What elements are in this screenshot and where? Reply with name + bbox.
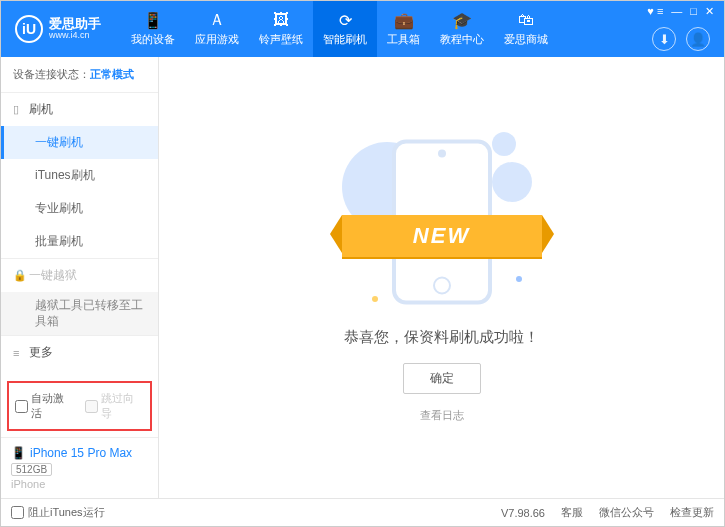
auto-activate-checkbox[interactable]: 自动激活 [15,391,75,421]
statusbar: 阻止iTunes运行 V7.98.66 客服 微信公众号 检查更新 [1,498,724,526]
footer-check-update[interactable]: 检查更新 [670,505,714,520]
minimize-button[interactable]: — [671,5,682,17]
nav-label: 教程中心 [440,32,484,47]
section-flash: ▯刷机 一键刷机 iTunes刷机 专业刷机 批量刷机 [1,93,158,259]
sidebar-item-other-tools[interactable]: 其他工具 [1,369,158,375]
new-ribbon: NEW [342,215,542,257]
close-button[interactable]: ✕ [705,5,714,18]
footer-wechat[interactable]: 微信公众号 [599,505,654,520]
title-right: ⬇ 👤 [652,21,724,57]
maximize-button[interactable]: □ [690,5,697,17]
tutorial-icon: 🎓 [453,11,471,29]
section-label: 更多 [29,344,53,361]
section-jailbreak-header: 🔒一键越狱 [1,259,158,292]
nav-label: 爱思商城 [504,32,548,47]
titlebar: iU 爱思助手 www.i4.cn 📱我的设备 Ａ应用游戏 🖼铃声壁纸 ⟳智能刷… [1,1,724,57]
flash-options: 自动激活 跳过向导 [7,381,152,431]
nav-flash[interactable]: ⟳智能刷机 [313,1,377,57]
sidebar-item-batch-flash[interactable]: 批量刷机 [1,225,158,258]
phone-icon: ▯ [13,103,23,116]
phone-icon: 📱 [11,446,26,460]
lock-icon: 🔒 [13,269,23,282]
jailbreak-moved-note: 越狱工具已转移至工具箱 [1,292,158,335]
nav-store[interactable]: 🛍爱思商城 [494,1,558,57]
sidebar-menu: ▯刷机 一键刷机 iTunes刷机 专业刷机 批量刷机 🔒一键越狱 越狱工具已转… [1,93,158,375]
device-name[interactable]: 📱iPhone 15 Pro Max [11,446,148,460]
nav-label: 铃声壁纸 [259,32,303,47]
nav-label: 智能刷机 [323,32,367,47]
nav-ringtones[interactable]: 🖼铃声壁纸 [249,1,313,57]
device-storage: 512GB [11,463,52,476]
ok-button[interactable]: 确定 [403,363,481,394]
app-title: 爱思助手 [49,17,101,31]
window-controls: ♥ ≡ — □ ✕ [647,1,724,21]
apps-icon: Ａ [208,11,226,29]
device-icon: 📱 [144,11,162,29]
checkbox-label: 自动激活 [31,391,75,421]
auto-activate-input[interactable] [15,400,28,413]
more-icon: ≡ [13,347,23,359]
block-itunes-input[interactable] [11,506,24,519]
wallpaper-icon: 🖼 [272,11,290,29]
sidebar: 设备连接状态：正常模式 ▯刷机 一键刷机 iTunes刷机 专业刷机 批量刷机 … [1,57,159,498]
skip-guide-checkbox: 跳过向导 [85,391,145,421]
section-more-header[interactable]: ≡更多 [1,336,158,369]
checkbox-label: 跳过向导 [101,391,145,421]
app-url: www.i4.cn [49,31,101,41]
device-type: iPhone [11,478,148,490]
footer-support[interactable]: 客服 [561,505,583,520]
nav-my-device[interactable]: 📱我的设备 [121,1,185,57]
version-label: V7.98.66 [501,507,545,519]
section-label: 刷机 [29,101,53,118]
section-flash-header[interactable]: ▯刷机 [1,93,158,126]
nav-toolbox[interactable]: 💼工具箱 [377,1,430,57]
flash-icon: ⟳ [336,11,354,29]
user-button[interactable]: 👤 [686,27,710,51]
status-value: 正常模式 [90,68,134,80]
section-label: 一键越狱 [29,267,77,284]
nav-label: 工具箱 [387,32,420,47]
success-message: 恭喜您，保资料刷机成功啦！ [344,328,539,347]
nav-label: 我的设备 [131,32,175,47]
main-content: NEW 恭喜您，保资料刷机成功啦！ 确定 查看日志 [159,57,724,498]
nav-apps[interactable]: Ａ应用游戏 [185,1,249,57]
success-illustration: NEW [352,132,532,312]
device-info: 📱iPhone 15 Pro Max 512GB iPhone [1,437,158,498]
nav-tutorials[interactable]: 🎓教程中心 [430,1,494,57]
logo-area: iU 爱思助手 www.i4.cn [1,1,121,57]
nav-label: 应用游戏 [195,32,239,47]
sidebar-item-oneclick-flash[interactable]: 一键刷机 [1,126,158,159]
status-label: 设备连接状态： [13,68,90,80]
device-name-text: iPhone 15 Pro Max [30,446,132,460]
connection-status: 设备连接状态：正常模式 [1,57,158,93]
store-icon: 🛍 [517,11,535,29]
block-itunes-checkbox[interactable]: 阻止iTunes运行 [11,505,105,520]
toolbox-icon: 💼 [395,11,413,29]
logo-text: 爱思助手 www.i4.cn [49,17,101,41]
menu-icon[interactable]: ♥ ≡ [647,5,663,17]
logo-icon: iU [15,15,43,43]
body: 设备连接状态：正常模式 ▯刷机 一键刷机 iTunes刷机 专业刷机 批量刷机 … [1,57,724,498]
app-window: iU 爱思助手 www.i4.cn 📱我的设备 Ａ应用游戏 🖼铃声壁纸 ⟳智能刷… [0,0,725,527]
section-jailbreak: 🔒一键越狱 越狱工具已转移至工具箱 [1,259,158,336]
sidebar-item-pro-flash[interactable]: 专业刷机 [1,192,158,225]
checkbox-label: 阻止iTunes运行 [28,505,105,520]
download-button[interactable]: ⬇ [652,27,676,51]
navbar: 📱我的设备 Ａ应用游戏 🖼铃声壁纸 ⟳智能刷机 💼工具箱 🎓教程中心 🛍爱思商城 [121,1,647,57]
sidebar-item-itunes-flash[interactable]: iTunes刷机 [1,159,158,192]
section-more: ≡更多 其他工具 下载固件 高级功能 [1,336,158,375]
view-log-link[interactable]: 查看日志 [420,408,464,423]
skip-guide-input [85,400,98,413]
